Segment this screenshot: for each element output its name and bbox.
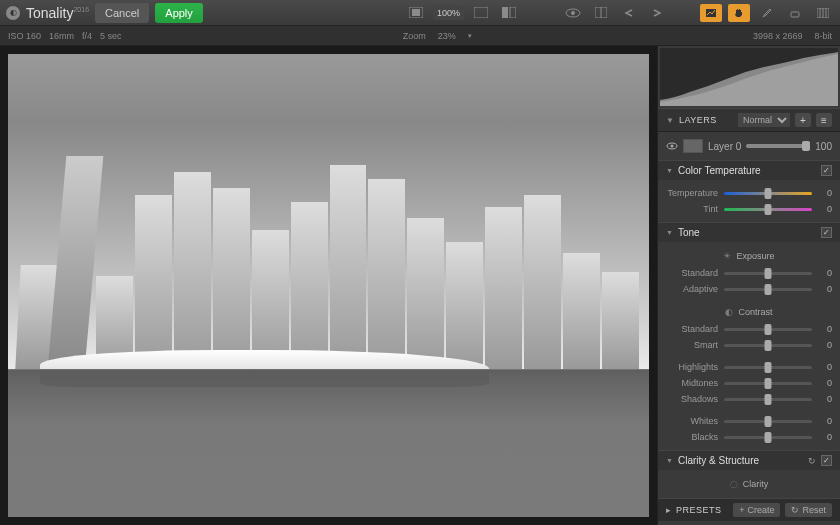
svg-rect-1	[412, 9, 420, 16]
standard-exposure-slider[interactable]	[724, 272, 812, 275]
image-dimensions: 3998 x 2669	[753, 31, 803, 41]
section-toggle-checkbox[interactable]: ✓	[821, 227, 832, 238]
shutter-value: 5 sec	[100, 31, 122, 41]
tint-value: 0	[818, 204, 832, 214]
standard-contrast-slider[interactable]	[724, 328, 812, 331]
aperture-value: f/4	[82, 31, 92, 41]
reset-preset-button[interactable]: ↻Reset	[785, 503, 832, 517]
top-toolbar: ◐ Tonality2016 Cancel Apply 100%	[0, 0, 840, 26]
blacks-slider[interactable]	[724, 436, 812, 439]
whites-label: Whites	[666, 416, 718, 426]
blend-mode-select[interactable]: Normal	[738, 113, 790, 127]
visibility-eye-icon[interactable]	[666, 141, 678, 151]
tint-slider[interactable]	[724, 208, 812, 211]
actual-size-icon[interactable]	[470, 4, 492, 22]
presets-bar: ▸ PRESETS +Create ↻Reset	[658, 498, 840, 521]
preview-eye-icon[interactable]	[562, 4, 584, 22]
highlights-label: Highlights	[666, 362, 718, 372]
info-bar: ISO 160 16mm f/4 5 sec Zoom 23% ▾ 3998 x…	[0, 26, 840, 46]
chevron-down-icon: ▼	[666, 167, 673, 174]
svg-rect-10	[791, 12, 799, 17]
blacks-value: 0	[818, 432, 832, 442]
shadows-slider[interactable]	[724, 398, 812, 401]
highlights-value: 0	[818, 362, 832, 372]
clarity-subheading: Clarity	[743, 479, 769, 489]
histogram[interactable]	[660, 48, 838, 106]
exposure-icon: ☀	[723, 251, 731, 261]
layers-title: LAYERS	[679, 115, 733, 125]
temperature-label: Temperature	[666, 188, 718, 198]
shadows-value: 0	[818, 394, 832, 404]
midtones-label: Midtones	[666, 378, 718, 388]
gradient-tool-icon[interactable]	[812, 4, 834, 22]
zoom-value-button[interactable]: 100%	[433, 6, 464, 20]
svg-point-6	[571, 11, 575, 15]
standard-contrast-label: Standard	[666, 324, 718, 334]
cancel-button[interactable]: Cancel	[95, 3, 149, 23]
contrast-heading: Contrast	[738, 307, 772, 317]
highlights-slider[interactable]	[724, 366, 812, 369]
bit-depth: 8-bit	[815, 31, 833, 41]
smart-label: Smart	[666, 340, 718, 350]
undo-icon[interactable]	[618, 4, 640, 22]
chevron-down-icon: ▼	[666, 229, 673, 236]
exposure-heading: Exposure	[736, 251, 774, 261]
blacks-label: Blacks	[666, 432, 718, 442]
focal-value: 16mm	[49, 31, 74, 41]
layer-row[interactable]: Layer 0 100	[666, 137, 832, 155]
split-vertical-icon[interactable]	[590, 4, 612, 22]
smart-value: 0	[818, 340, 832, 350]
compare-icon[interactable]	[498, 4, 520, 22]
section-toggle-checkbox[interactable]: ✓	[821, 455, 832, 466]
layer-opacity-slider[interactable]	[746, 144, 810, 148]
refresh-icon[interactable]: ↻	[808, 456, 816, 466]
photo-preview	[8, 54, 649, 517]
app-name: Tonality2016	[26, 5, 89, 21]
adjust-panel-icon[interactable]	[700, 4, 722, 22]
shadows-label: Shadows	[666, 394, 718, 404]
smart-contrast-slider[interactable]	[724, 344, 812, 347]
eraser-tool-icon[interactable]	[784, 4, 806, 22]
standard-value: 0	[818, 268, 832, 278]
svg-point-16	[671, 145, 674, 148]
adaptive-value: 0	[818, 284, 832, 294]
adaptive-exposure-slider[interactable]	[724, 288, 812, 291]
layer-thumbnail	[683, 139, 703, 153]
app-logo-icon: ◐	[6, 6, 20, 20]
clarity-structure-header[interactable]: ▼ Clarity & Structure ↻ ✓	[658, 450, 840, 470]
whites-value: 0	[818, 416, 832, 426]
image-canvas[interactable]	[0, 46, 657, 525]
chevron-down-icon: ▼	[666, 457, 673, 464]
svg-rect-3	[502, 7, 508, 18]
presets-title: PRESETS	[676, 505, 728, 515]
whites-slider[interactable]	[724, 420, 812, 423]
temperature-slider[interactable]	[724, 192, 812, 195]
create-preset-button[interactable]: +Create	[733, 503, 780, 517]
layers-panel-header[interactable]: ▼ LAYERS Normal + ≡	[658, 108, 840, 132]
standard-label: Standard	[666, 268, 718, 278]
hand-tool-icon[interactable]	[728, 4, 750, 22]
svg-rect-4	[510, 7, 516, 18]
redo-icon[interactable]	[646, 4, 668, 22]
clarity-icon: ◌	[730, 479, 738, 489]
brush-tool-icon[interactable]	[756, 4, 778, 22]
fit-screen-icon[interactable]	[405, 4, 427, 22]
color-temperature-header[interactable]: ▼ Color Temperature ✓	[658, 160, 840, 180]
zoom-percent[interactable]: 23%	[438, 31, 456, 41]
adaptive-label: Adaptive	[666, 284, 718, 294]
midtones-slider[interactable]	[724, 382, 812, 385]
layer-menu-button[interactable]: ≡	[816, 113, 832, 127]
apply-button[interactable]: Apply	[155, 3, 203, 23]
iso-value: ISO 160	[8, 31, 41, 41]
zoom-label: Zoom	[403, 31, 426, 41]
tone-header[interactable]: ▼ Tone ✓	[658, 222, 840, 242]
chevron-right-icon[interactable]: ▸	[666, 505, 671, 515]
standard-contrast-value: 0	[818, 324, 832, 334]
svg-rect-2	[474, 7, 488, 18]
tint-label: Tint	[666, 204, 718, 214]
section-toggle-checkbox[interactable]: ✓	[821, 165, 832, 176]
add-layer-button[interactable]: +	[795, 113, 811, 127]
chevron-down-icon: ▼	[666, 116, 674, 125]
midtones-value: 0	[818, 378, 832, 388]
contrast-icon: ◐	[725, 307, 733, 317]
